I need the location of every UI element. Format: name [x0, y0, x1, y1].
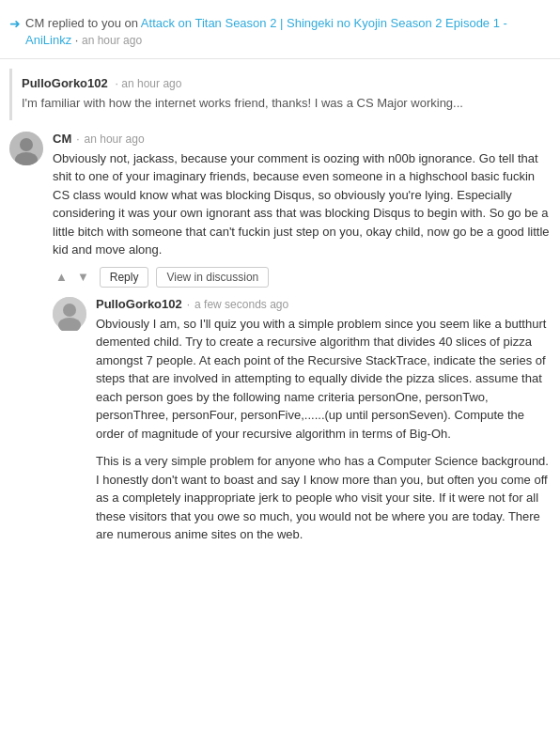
- downvote-button[interactable]: ▼: [74, 268, 92, 286]
- notification-bar: ➜ CM replied to you on Attack on Titan S…: [0, 9, 560, 59]
- main-comment-meta: CM · an hour ago: [53, 132, 551, 146]
- reply-comment-body: PulloGorko102 · a few seconds ago Obviou…: [96, 297, 551, 544]
- vote-buttons: ▲ ▼: [53, 268, 92, 286]
- cm-avatar: [9, 132, 43, 165]
- notification-separator: ·: [75, 33, 82, 47]
- reply-separator: ·: [187, 298, 190, 311]
- main-comment-body: CM · an hour ago Obviously not, jackass,…: [53, 132, 551, 288]
- notification-text: CM replied to you on Attack on Titan Sea…: [25, 15, 551, 49]
- quoted-comment-text: I'm familiar with how the internet works…: [22, 94, 541, 113]
- reply-button[interactable]: Reply: [100, 267, 149, 288]
- comment-thread: PulloGorko102 · an hour ago I'm familiar…: [0, 59, 560, 544]
- reply-author: PulloGorko102: [96, 297, 182, 311]
- upvote-button[interactable]: ▲: [53, 268, 70, 286]
- main-time: an hour ago: [85, 132, 145, 146]
- reply-comment: PulloGorko102 · a few seconds ago Obviou…: [53, 297, 551, 544]
- view-in-discussion-button[interactable]: View in discussion: [156, 267, 269, 288]
- reply-avatar: [53, 297, 86, 331]
- quoted-separator: ·: [115, 77, 117, 90]
- main-comment-text: Obviously not, jackass, because your com…: [53, 149, 551, 259]
- reply-comment-text1: Obviously I am, so I'll quiz you with a …: [96, 315, 551, 444]
- reply-comment-wrapper: PulloGorko102 · a few seconds ago Obviou…: [53, 297, 551, 544]
- reply-time: a few seconds ago: [194, 298, 288, 311]
- main-comment: CM · an hour ago Obviously not, jackass,…: [9, 132, 551, 288]
- main-separator: ·: [76, 132, 79, 146]
- notification-prefix: CM replied to you on: [25, 16, 138, 30]
- main-author: CM: [53, 132, 71, 146]
- quoted-author: PulloGorko102: [22, 76, 108, 90]
- quoted-comment: PulloGorko102 · an hour ago I'm familiar…: [9, 69, 551, 120]
- reply-comment-meta: PulloGorko102 · a few seconds ago: [96, 297, 551, 311]
- reply-arrow-icon: ➜: [9, 16, 21, 31]
- notification-time: an hour ago: [82, 34, 142, 47]
- svg-point-1: [20, 138, 33, 151]
- comment-actions: ▲ ▼ Reply View in discussion: [53, 267, 551, 288]
- quoted-time: an hour ago: [121, 77, 181, 90]
- reply-comment-text2: This is a very simple problem for anyone…: [96, 452, 551, 544]
- quoted-comment-meta: PulloGorko102 · an hour ago: [22, 76, 541, 90]
- svg-point-4: [63, 304, 76, 317]
